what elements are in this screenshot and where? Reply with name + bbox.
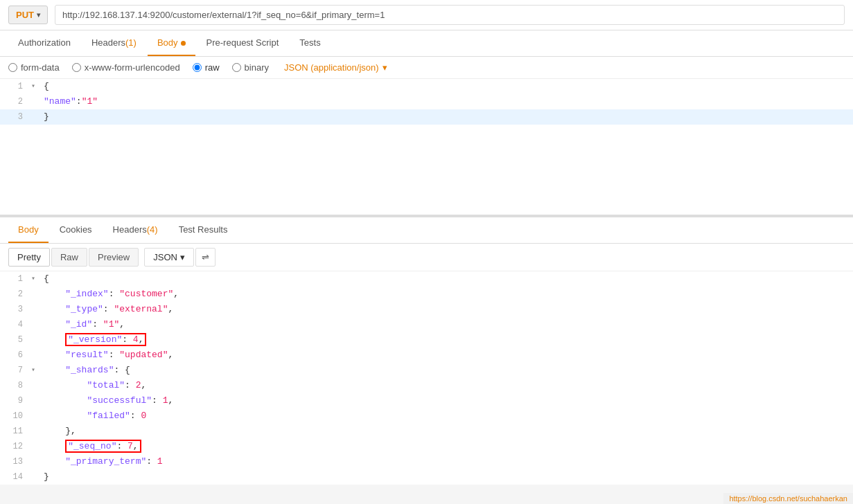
resp-line-6: 6 "result": "updated", — [0, 348, 853, 363]
tab-pre-request[interactable]: Pre-request Script — [197, 30, 289, 56]
response-tabs: Body Cookies Headers(4) Test Results — [0, 217, 853, 244]
chevron-down-icon: ▾ — [382, 62, 387, 73]
format-pretty-btn[interactable]: Pretty — [8, 248, 50, 267]
resp-line-2: 2 "_index": "customer", — [0, 287, 853, 302]
request-code-area[interactable]: 1 ▾ { 2 "name":"1" 3 } — [0, 79, 853, 217]
editor-empty-space — [0, 125, 853, 215]
resp-tab-headers[interactable]: Headers(4) — [103, 217, 168, 243]
body-dot — [181, 41, 186, 46]
url-input[interactable] — [55, 5, 845, 25]
resp-tab-cookies[interactable]: Cookies — [50, 217, 102, 243]
response-section: Body Cookies Headers(4) Test Results Pre… — [0, 217, 853, 485]
response-toolbar: Pretty Raw Preview JSON ▾ ⇌ — [0, 244, 853, 271]
format-preview-btn[interactable]: Preview — [89, 248, 139, 267]
top-bar: PUT ▾ — [0, 0, 853, 30]
request-tabs: Authorization Headers(1) Body Pre-reques… — [0, 30, 853, 57]
method-chevron-icon: ▾ — [37, 11, 40, 19]
request-editor: 1 ▾ { 2 "name":"1" 3 } — [0, 79, 853, 217]
resp-line-5: 5 "_version": 4, — [0, 332, 853, 348]
resp-tab-test-results[interactable]: Test Results — [169, 217, 238, 243]
format-raw-btn[interactable]: Raw — [51, 248, 87, 267]
request-line-2: 2 "name":"1" — [0, 94, 853, 109]
resp-line-8: 8 "total": 2, — [0, 378, 853, 393]
resp-line-12: 12 "_seq_no": 7, — [0, 439, 853, 454]
resp-format-icon-btn[interactable]: ⇌ — [195, 248, 216, 267]
resp-line-4: 4 "_id": "1", — [0, 317, 853, 332]
resp-line-1: 1 ▾ { — [0, 271, 853, 287]
request-line-3: 3 } — [0, 109, 853, 125]
response-code-area: 1 ▾ { 2 "_index": "customer", 3 "_type":… — [0, 271, 853, 485]
resp-json-dropdown[interactable]: JSON ▾ — [144, 248, 194, 267]
resp-line-11: 11 }, — [0, 424, 853, 439]
version-red-box: "_version": 4, — [65, 333, 146, 346]
json-format-dropdown[interactable]: JSON (application/json) ▾ — [284, 62, 387, 73]
tab-headers[interactable]: Headers(1) — [82, 30, 146, 56]
chevron-down-icon: ▾ — [180, 252, 185, 262]
request-line-1: 1 ▾ { — [0, 79, 853, 94]
resp-line-9: 9 "successful": 1, — [0, 393, 853, 408]
resp-line-7: 7 ▾ "_shards": { — [0, 363, 853, 378]
resp-line-3: 3 "_type": "external", — [0, 302, 853, 317]
resp-line-14: 14 } — [0, 469, 853, 485]
method-label: PUT — [16, 10, 34, 20]
method-button[interactable]: PUT ▾ — [8, 6, 48, 24]
option-raw[interactable]: raw — [193, 62, 220, 73]
resp-line-13: 13 "_primary_term": 1 — [0, 454, 853, 469]
body-options: form-data x-www-form-urlencoded raw bina… — [0, 57, 853, 79]
tab-tests[interactable]: Tests — [290, 30, 330, 56]
option-form-data[interactable]: form-data — [8, 62, 60, 73]
option-binary[interactable]: binary — [232, 62, 269, 73]
option-urlencoded[interactable]: x-www-form-urlencoded — [72, 62, 180, 73]
tab-authorization[interactable]: Authorization — [8, 30, 80, 56]
seq-no-red-box: "_seq_no": 7, — [65, 440, 141, 453]
resp-tab-body[interactable]: Body — [8, 217, 49, 243]
tab-body[interactable]: Body — [148, 30, 195, 56]
resp-line-10: 10 "failed": 0 — [0, 408, 853, 424]
